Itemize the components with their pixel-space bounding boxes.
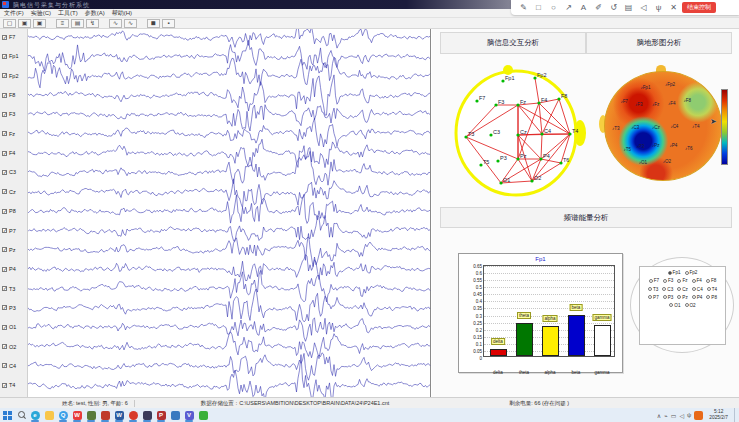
channel-checkbox-T4[interactable] [2,383,7,388]
note-icon[interactable]: ▤ [622,2,635,13]
toolbar-button-4[interactable]: ▤ [71,19,84,28]
channel-checkbox-F7[interactable] [2,35,7,40]
toolbar-button-9[interactable]: ▪ [162,19,175,28]
taskbar-search-icon[interactable] [14,408,28,422]
selector-option-O2[interactable]: O2 [685,303,696,308]
channel-checkbox-C4[interactable] [2,363,7,368]
radio-O2[interactable] [685,303,689,307]
undo-icon[interactable]: ↺ [607,2,620,13]
radio-F7[interactable] [649,279,653,283]
tray-icon-4[interactable]: ψ [687,412,691,419]
selector-option-P4[interactable]: P4 [692,295,703,300]
pen-icon[interactable]: ✎ [517,2,530,13]
radio-P8[interactable] [706,295,710,299]
channel-checkbox-P8[interactable] [2,209,7,214]
selector-option-F3[interactable]: F3 [663,278,673,283]
toolbar-button-3[interactable]: ≡ [56,19,69,28]
taskbar-app-dingtalk[interactable] [84,408,98,422]
tray-icon-1[interactable]: ⌁ [664,412,668,419]
channel-checkbox-Pz[interactable] [2,247,7,252]
selector-option-Fp2[interactable]: Fp2 [685,270,698,275]
taskbar-app-browser[interactable]: Q [56,408,70,422]
circle-icon[interactable]: ○ [547,2,560,13]
toolbar-button-0[interactable]: ▢ [3,19,16,28]
show-desktop-button[interactable] [734,408,737,422]
taskbar-app-globe[interactable] [168,408,182,422]
brush-icon[interactable]: ✐ [592,2,605,13]
radio-P3[interactable] [663,295,667,299]
channel-checkbox-T3[interactable] [2,286,7,291]
radio-C3[interactable] [662,287,666,291]
channel-checkbox-F3[interactable] [2,112,7,117]
selector-option-Pz[interactable]: Pz [677,295,687,300]
taskbar-app-netease[interactable] [126,408,140,422]
radio-P4[interactable] [692,295,696,299]
speaker-icon[interactable]: ◁ [637,2,650,13]
tray-app-icon[interactable] [694,411,703,420]
radio-T4[interactable] [707,287,711,291]
end-control-button[interactable]: 结束控制 [682,2,716,13]
start-button[interactable] [0,408,14,422]
radio-F8[interactable] [706,279,710,283]
arrow-icon[interactable]: ↗ [562,2,575,13]
radio-T3[interactable] [648,287,652,291]
radio-Cz[interactable] [677,287,681,291]
menu-item-3[interactable]: 参数(A) [85,9,105,18]
taskbar-app-word[interactable]: W [112,408,126,422]
channel-checkbox-Fp2[interactable] [2,73,7,78]
taskbar-clock[interactable]: 5:12 2025/2/7 [706,409,731,421]
radio-O1[interactable] [669,303,673,307]
menu-item-0[interactable]: 文件(F) [4,9,24,18]
taskbar-app-green-app[interactable] [196,408,210,422]
tray-icon-3[interactable]: ◁ [679,412,684,419]
channel-checkbox-O2[interactable] [2,344,7,349]
selector-option-P3[interactable]: P3 [663,295,674,300]
channel-checkbox-P4[interactable] [2,267,7,272]
toolbar-button-8[interactable]: ◼ [147,19,160,28]
selector-option-C3[interactable]: C3 [662,287,673,292]
selector-option-Cz[interactable]: Cz [677,287,688,292]
selector-option-Fz[interactable]: Fz [677,278,687,283]
text-icon[interactable]: A [577,2,590,13]
selector-option-O1[interactable]: O1 [669,303,680,308]
channel-checkbox-C3[interactable] [2,170,7,175]
taskbar-app-thunder[interactable] [98,408,112,422]
taskbar-app-wps[interactable]: W [70,408,84,422]
mic-icon[interactable]: ψ [652,2,665,13]
toolbar-button-6[interactable]: ∿ [109,19,122,28]
channel-checkbox-F8[interactable] [2,93,7,98]
close-icon[interactable]: ✕ [667,2,680,13]
radio-Fp2[interactable] [685,271,689,275]
toolbar-button-7[interactable]: ∿ [124,19,137,28]
taskbar-app-app-dark[interactable] [140,408,154,422]
selector-option-T3[interactable]: T3 [648,287,658,292]
toolbar-button-1[interactable]: ▣ [18,19,31,28]
tab-brain-topography[interactable]: 脑地形图分析 [586,32,732,54]
channel-checkbox-Fz[interactable] [2,131,7,136]
selector-option-P8[interactable]: P8 [706,295,717,300]
channel-checkbox-P7[interactable] [2,228,7,233]
channel-checkbox-Fp1[interactable] [2,54,7,59]
menu-item-4[interactable]: 帮助(H) [112,9,132,18]
tray-icon-2[interactable]: ▭ [671,412,677,419]
radio-C4[interactable] [692,287,696,291]
selector-option-Fp1[interactable]: Fp1 [668,270,681,275]
channel-checkbox-F4[interactable] [2,151,7,156]
radio-F4[interactable] [692,279,696,283]
selector-option-C4[interactable]: C4 [692,287,703,292]
selector-option-P7[interactable]: P7 [648,295,659,300]
radio-Pz[interactable] [677,295,681,299]
selector-option-F8[interactable]: F8 [706,278,716,283]
radio-P7[interactable] [648,295,652,299]
taskbar-app-file-explorer[interactable] [42,408,56,422]
menu-item-1[interactable]: 实验(C) [31,9,51,18]
taskbar-app-powerpoint[interactable]: P [154,408,168,422]
channel-checkbox-O1[interactable] [2,325,7,330]
taskbar-app-edge[interactable]: e [28,408,42,422]
toolbar-button-2[interactable]: ▣ [33,19,46,28]
selector-option-F4[interactable]: F4 [692,278,702,283]
tab-brain-interaction[interactable]: 脑信息交互分析 [440,32,586,54]
tray-icon-0[interactable]: ∧ [657,412,661,419]
taskbar-app-vstudio[interactable]: V [182,408,196,422]
selector-option-T4[interactable]: T4 [707,287,717,292]
